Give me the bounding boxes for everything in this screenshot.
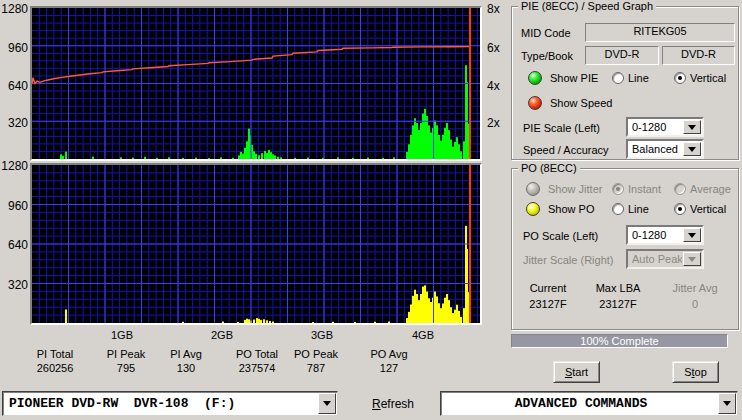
speed-tick-2x: 2x: [487, 116, 500, 130]
speed-accuracy-select[interactable]: Balanced: [626, 139, 704, 159]
pie-group-title: PIE (8ECC) / Speed Graph: [518, 0, 656, 12]
pie-speed-graph: [30, 6, 482, 161]
show-jitter-label: Show Jitter: [548, 183, 602, 195]
current-label: Current: [518, 282, 578, 294]
type-book-label: Type/Book: [521, 50, 573, 62]
max-lba-value: 23127F: [588, 298, 648, 310]
pie-scale-value: 0-1280: [632, 119, 682, 135]
type-book-value-2: DVD-R: [662, 46, 735, 65]
stat-pi-peak-label: PI Peak: [96, 348, 156, 360]
current-value: 23127F: [518, 298, 578, 310]
jitter-scale-value: Auto Peak: [632, 251, 682, 267]
pie-vertical-radio[interactable]: [674, 72, 686, 84]
show-pie-label: Show PIE: [550, 72, 598, 84]
app-window: 1280 960 640 320 8x 6x 4x 2x 1280 960 64…: [0, 0, 742, 420]
po-vertical-label: Vertical: [690, 203, 726, 215]
po-line-radio[interactable]: [612, 203, 624, 215]
advanced-commands-value: ADVANCED COMMANDS: [447, 392, 715, 415]
refresh-button[interactable]: Refresh: [372, 397, 414, 411]
jitter-scale-dropdown-icon: [683, 252, 701, 266]
stat-pi-total-value: 260256: [25, 362, 85, 374]
advanced-commands-select[interactable]: ADVANCED COMMANDS: [440, 391, 738, 416]
po-line-label: Line: [628, 203, 649, 215]
po-graph: [30, 163, 482, 325]
stat-po-avg-label: PO Avg: [359, 348, 419, 360]
speed-accuracy-value: Balanced: [632, 141, 682, 157]
pie-scale-label: PIE Scale (Left): [523, 122, 600, 134]
drive-select-dropdown-icon[interactable]: [318, 393, 336, 414]
pie-scale-select[interactable]: 0-1280: [626, 117, 704, 137]
pie-ytick-1280: 1280: [0, 2, 28, 16]
stop-button[interactable]: Stop: [672, 361, 719, 383]
po-scale-label: PO Scale (Left): [523, 230, 598, 242]
mid-code-label: MID Code: [521, 27, 571, 39]
po-scale-select[interactable]: 0-1280: [626, 225, 704, 245]
pie-settings-group: PIE (8ECC) / Speed Graph MID Code RITEKG…: [511, 6, 739, 160]
po-settings-group: PO (8ECC) Show Jitter Instant Average Sh…: [511, 168, 739, 330]
pie-ytick-640: 640: [0, 79, 28, 93]
stat-pi-avg-value: 130: [156, 362, 216, 374]
pie-ytick-320: 320: [0, 116, 28, 130]
stat-po-avg-value: 127: [359, 362, 419, 374]
jitter-avg-value: 0: [664, 298, 726, 310]
scan-progress-bar: 100% Complete: [511, 334, 728, 348]
scan-progress-fill: 100% Complete: [512, 335, 727, 347]
show-po-label: Show PO: [548, 203, 594, 215]
po-ytick-960: 960: [0, 199, 28, 213]
po-graph-canvas: [32, 165, 480, 323]
speed-tick-6x: 6x: [487, 41, 500, 55]
jitter-average-radio: [674, 183, 686, 195]
advanced-commands-dropdown-icon[interactable]: [718, 393, 736, 414]
show-jitter-led: [526, 182, 540, 196]
pie-graph-canvas: [32, 8, 480, 159]
jitter-average-label: Average: [690, 183, 731, 195]
po-scale-dropdown-icon[interactable]: [683, 228, 701, 242]
pie-line-radio[interactable]: [612, 72, 624, 84]
xtick-2gb: 2GB: [202, 329, 242, 341]
po-ytick-640: 640: [0, 238, 28, 252]
pie-ytick-960: 960: [0, 41, 28, 55]
show-speed-led[interactable]: [528, 96, 542, 110]
start-button[interactable]: Start: [553, 361, 600, 383]
jitter-scale-label: Jitter Scale (Right): [523, 254, 613, 266]
stat-po-peak-label: PO Peak: [286, 348, 346, 360]
pie-line-label: Line: [628, 72, 649, 84]
jitter-instant-label: Instant: [628, 183, 661, 195]
po-group-title: PO (8ECC): [518, 162, 580, 174]
drive-select[interactable]: PIONEER DVD-RW DVR-108 (F:): [2, 391, 338, 416]
stat-pi-peak-value: 795: [96, 362, 156, 374]
mid-code-value: RITEKG05: [585, 23, 735, 42]
speed-tick-8x: 8x: [487, 2, 500, 16]
stat-po-total-value: 237574: [227, 362, 287, 374]
xtick-3gb: 3GB: [302, 329, 342, 341]
stat-pi-total-label: PI Total: [25, 348, 85, 360]
type-book-value-1: DVD-R: [585, 46, 659, 65]
speed-tick-4x: 4x: [487, 79, 500, 93]
speed-accuracy-dropdown-icon[interactable]: [683, 142, 701, 156]
xtick-1gb: 1GB: [102, 329, 142, 341]
stat-po-total-label: PO Total: [227, 348, 287, 360]
pie-scale-dropdown-icon[interactable]: [683, 120, 701, 134]
show-po-led[interactable]: [526, 202, 540, 216]
jitter-avg-label: Jitter Avg: [664, 282, 726, 294]
po-ytick-1280: 1280: [0, 159, 28, 173]
po-ytick-320: 320: [0, 278, 28, 292]
po-vertical-radio[interactable]: [674, 203, 686, 215]
pie-vertical-label: Vertical: [690, 72, 726, 84]
show-speed-label: Show Speed: [550, 97, 612, 109]
speed-accuracy-label: Speed / Accuracy: [523, 144, 609, 156]
po-scale-value: 0-1280: [632, 227, 682, 243]
max-lba-label: Max LBA: [588, 282, 648, 294]
stat-pi-avg-label: PI Avg: [156, 348, 216, 360]
stat-po-peak-value: 787: [286, 362, 346, 374]
drive-select-value: PIONEER DVD-RW DVR-108 (F:): [9, 392, 315, 415]
show-pie-led[interactable]: [528, 71, 542, 85]
jitter-instant-radio: [612, 183, 624, 195]
jitter-scale-select: Auto Peak: [626, 249, 704, 269]
xtick-4gb: 4GB: [403, 329, 443, 341]
